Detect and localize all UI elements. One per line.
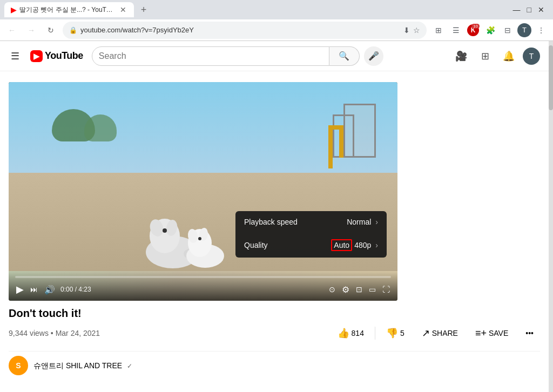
quality-resolution-text: 480p	[354, 241, 371, 249]
grid-icon[interactable]: ⊞	[431, 23, 446, 38]
page-content: ☰ ▶ YouTube 🔍 🎤 🎥 ⊞ 🔔 T	[0, 41, 549, 392]
time-display: 0:00 / 4:23	[60, 286, 91, 293]
notifications-icon[interactable]: K 10	[466, 23, 481, 38]
fullscreen-button[interactable]: ⛶	[381, 284, 391, 295]
video-main: Playback speed Normal › Quality Auto	[9, 82, 540, 380]
svg-point-4	[163, 228, 167, 233]
subtitles-button[interactable]: ⊙	[328, 284, 336, 295]
save-icon: ≡+	[475, 328, 487, 339]
theater-mode-button[interactable]: ▭	[368, 284, 377, 295]
thumbs-up-icon: 👍	[338, 327, 349, 339]
share-icon: ↗	[422, 327, 430, 339]
scrollbar-track[interactable]	[549, 41, 553, 392]
refresh-button[interactable]: ↻	[43, 23, 58, 38]
more-icon: •••	[525, 329, 534, 337]
security-lock-icon: 🔒	[69, 26, 77, 34]
thumbs-down-icon: 👎	[386, 327, 398, 339]
browser-tab[interactable]: ▶ 딸기공 뻿어 주실 분...? - YouTub... ✕	[4, 2, 134, 17]
channel-name[interactable]: 슈앤트리 SHIL AND TREE	[33, 361, 122, 370]
save-label: SAVE	[489, 329, 508, 337]
quality-value: Auto 480p ›	[331, 239, 378, 251]
like-count: 814	[352, 329, 364, 337]
channel-avatar[interactable]: S	[9, 356, 28, 375]
playback-speed-label: Playback speed	[244, 218, 347, 226]
apps-icon[interactable]: ⊞	[475, 46, 495, 66]
settings-button[interactable]: ⚙	[341, 283, 350, 296]
youtube-header: ☰ ▶ YouTube 🔍 🎤 🎥 ⊞ 🔔 T	[0, 41, 549, 71]
share-button[interactable]: ↗ SHARE	[415, 324, 464, 342]
right-controls: ⊙ ⚙ ⊡ ▭ ⛶	[328, 283, 391, 296]
dislike-count: 5	[400, 329, 404, 337]
save-button[interactable]: ≡+ SAVE	[469, 325, 515, 342]
svg-point-10	[198, 237, 201, 240]
download-page-icon[interactable]: ⬇	[403, 26, 410, 35]
address-right-icons: ⬇ ☆	[403, 26, 420, 35]
video-meta: 9,344 views • Mar 24, 2021 👍 814	[9, 324, 540, 342]
extension-icon[interactable]: 🧩	[483, 23, 498, 38]
bookmark-icon[interactable]: ☆	[413, 26, 420, 35]
miniplayer-button[interactable]: ⊡	[355, 284, 363, 295]
video-controls: ▶ ⏭ 🔊 0:00 / 4:23 ⊙ ⚙ ⊡ ▭ ⛶	[9, 272, 397, 301]
video-thumbnail	[9, 82, 397, 301]
header-actions: 🎥 ⊞ 🔔 T	[451, 46, 540, 66]
progress-bar[interactable]	[15, 276, 391, 278]
search-button[interactable]: 🔍	[329, 46, 360, 66]
like-divider	[375, 327, 375, 340]
video-section: Playback speed Normal › Quality Auto	[0, 71, 549, 390]
video-info: Don't touch it! 9,344 views • Mar 24, 20…	[9, 301, 540, 349]
channel-row: S 슈앤트리 SHIL AND TREE ✓	[9, 351, 540, 380]
more-tools-icon[interactable]: ⊟	[500, 23, 515, 38]
search-input[interactable]	[99, 51, 322, 61]
back-button[interactable]: ←	[4, 23, 19, 38]
maximize-button[interactable]: □	[527, 5, 531, 14]
channel-info: 슈앤트리 SHIL AND TREE ✓	[33, 361, 132, 371]
dislike-button[interactable]: 👎 5	[380, 324, 411, 342]
playback-speed-item[interactable]: Playback speed Normal ›	[235, 211, 387, 233]
translation-icon[interactable]: ☰	[448, 23, 463, 38]
new-tab-button[interactable]: +	[136, 2, 151, 17]
url-text: youtube.com/watch?v=7psyidYb2eY	[80, 26, 400, 34]
quality-auto-text: Auto	[331, 239, 352, 251]
user-avatar[interactable]: T	[523, 48, 540, 65]
search-container: 🔍 🎤	[92, 46, 383, 66]
channel-verified-icon: ✓	[127, 362, 132, 370]
video-player[interactable]: Playback speed Normal › Quality Auto	[9, 82, 397, 301]
address-bar: ← → ↻ 🔒 youtube.com/watch?v=7psyidYb2eY …	[0, 19, 553, 41]
notifications-bell-icon[interactable]: 🔔	[499, 46, 518, 66]
youtube-logo-icon: ▶	[30, 50, 43, 62]
controls-row: ▶ ⏭ 🔊 0:00 / 4:23 ⊙ ⚙ ⊡ ▭ ⛶	[15, 282, 391, 296]
quality-chevron-icon: ›	[375, 241, 378, 249]
playback-speed-value: Normal ›	[347, 218, 378, 226]
next-button[interactable]: ⏭	[29, 284, 39, 295]
view-count: 9,344 views • Mar 24, 2021	[9, 329, 100, 337]
play-button[interactable]: ▶	[15, 282, 25, 296]
address-input[interactable]: 🔒 youtube.com/watch?v=7psyidYb2eY ⬇ ☆	[63, 22, 427, 39]
scrollbar-thumb[interactable]	[549, 45, 553, 110]
create-video-button[interactable]: 🎥	[451, 46, 471, 66]
youtube-logo-text: YouTube	[45, 50, 83, 62]
search-box[interactable]	[92, 46, 329, 66]
volume-button[interactable]: 🔊	[43, 283, 56, 296]
share-label: SHARE	[432, 329, 458, 337]
forward-button[interactable]: →	[24, 23, 39, 38]
tab-title: 딸기공 뻿어 주실 분...? - YouTub...	[19, 5, 116, 15]
hamburger-menu-icon[interactable]: ☰	[9, 48, 22, 64]
quality-item[interactable]: Quality Auto 480p ›	[235, 233, 387, 258]
close-button[interactable]: ✕	[538, 5, 544, 14]
voice-search-button[interactable]: 🎤	[364, 46, 383, 66]
minimize-button[interactable]: —	[513, 5, 521, 14]
browser-menu-icon[interactable]: ⋮	[534, 23, 549, 38]
playback-chevron-icon: ›	[375, 218, 378, 226]
dogs-illustration	[135, 212, 232, 271]
more-actions-button[interactable]: •••	[519, 326, 540, 341]
browser-toolbar: ⊞ ☰ K 10 🧩 ⊟ T ⋮	[431, 23, 549, 38]
settings-popup: Playback speed Normal › Quality Auto	[235, 211, 387, 258]
youtube-logo[interactable]: ▶ YouTube	[30, 50, 83, 62]
like-button[interactable]: 👍 814	[331, 324, 370, 342]
browser-user-avatar[interactable]: T	[517, 23, 531, 37]
tab-close-button[interactable]: ✕	[119, 5, 127, 14]
notification-badge: 10	[471, 24, 480, 29]
video-title: Don't touch it!	[9, 307, 540, 320]
browser-chrome: ▶ 딸기공 뻿어 주실 분...? - YouTub... ✕ + — □ ✕ …	[0, 0, 553, 392]
quality-label: Quality	[244, 241, 331, 249]
